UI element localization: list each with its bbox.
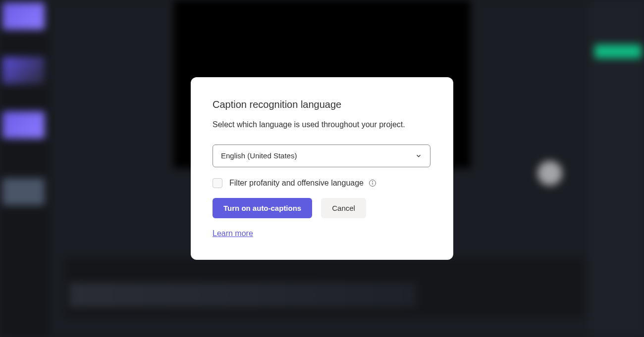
profanity-filter-row: Filter profanity and offensive language <box>213 178 431 188</box>
language-dropdown[interactable]: English (United States) <box>213 144 430 167</box>
button-row: Turn on auto-captions Cancel <box>213 198 431 218</box>
caption-language-modal: Caption recognition language Select whic… <box>191 77 453 259</box>
profanity-filter-label: Filter profanity and offensive language <box>229 179 364 188</box>
profanity-filter-checkbox[interactable] <box>213 178 222 188</box>
info-icon[interactable] <box>369 179 376 187</box>
chevron-down-icon <box>415 152 422 159</box>
turn-on-auto-captions-button[interactable]: Turn on auto-captions <box>213 198 312 218</box>
modal-overlay: Caption recognition language Select whic… <box>0 0 644 337</box>
modal-title: Caption recognition language <box>213 99 431 110</box>
learn-more-link[interactable]: Learn more <box>213 229 253 238</box>
dropdown-selected-value: English (United States) <box>221 151 297 160</box>
svg-point-2 <box>373 181 373 182</box>
cancel-button[interactable]: Cancel <box>321 198 366 218</box>
modal-description: Select which language is used throughout… <box>213 119 431 130</box>
